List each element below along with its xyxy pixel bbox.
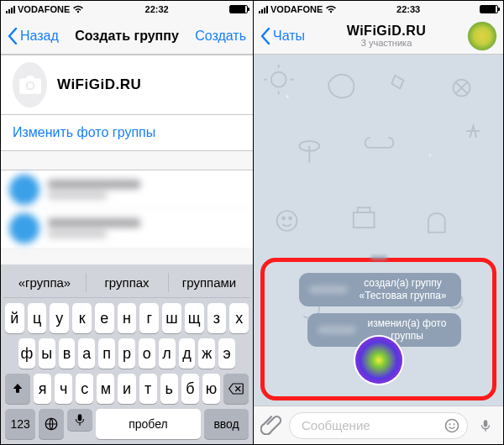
camera-icon [19, 76, 41, 94]
key-я[interactable]: я [34, 374, 51, 404]
carrier-label: VODAFONE [270, 4, 323, 14]
wifi-icon [325, 5, 337, 13]
key-space[interactable]: Пробел [96, 409, 201, 439]
key-к[interactable]: к [72, 303, 92, 333]
carrier-label: VODAFONE [18, 4, 70, 14]
key-и[interactable]: и [118, 374, 135, 404]
status-time: 22:32 [84, 4, 229, 14]
shift-icon [11, 382, 24, 395]
contact-row[interactable] [1, 209, 253, 248]
back-button[interactable]: Чаты [260, 28, 305, 44]
create-button[interactable]: Создать [195, 29, 246, 44]
redacted-name [318, 326, 356, 334]
key-е[interactable]: е [95, 303, 114, 333]
key-backspace[interactable] [223, 374, 249, 404]
globe-icon [44, 416, 59, 432]
paperclip-icon [260, 413, 282, 435]
battery-icon [480, 5, 498, 13]
key-ц[interactable]: ц [28, 303, 47, 333]
key-с[interactable]: с [76, 374, 93, 404]
wifi-icon [72, 5, 84, 13]
signal-icon [6, 6, 15, 13]
key-р[interactable]: р [118, 338, 135, 369]
key-ы[interactable]: ы [39, 338, 55, 369]
group-photo-message[interactable] [355, 337, 402, 384]
key-123[interactable]: 123 [5, 409, 35, 439]
sticker-icon[interactable] [444, 417, 460, 434]
key-э[interactable]: э [218, 338, 235, 369]
highlight-box: создал(а) группу «Тестовая группа» измен… [260, 258, 496, 400]
status-bar: VODAFONE 22:32 [1, 1, 253, 18]
signal-icon [259, 6, 268, 13]
svg-point-7 [446, 419, 459, 432]
key-ю[interactable]: ю [202, 374, 220, 404]
key-ж[interactable]: ж [198, 338, 215, 369]
key-dictation[interactable] [67, 409, 92, 431]
chat-screen: VODAFONE 22:33 Чаты WiFiGiD.RU 3 участни… [254, 1, 503, 444]
svg-rect-10 [484, 420, 488, 427]
key-globe[interactable] [39, 409, 64, 439]
key-д[interactable]: д [179, 338, 196, 369]
status-time: 22:33 [337, 4, 480, 14]
key-й[interactable]: й [5, 303, 24, 333]
key-т[interactable]: т [139, 374, 157, 404]
suggestion[interactable]: группах [86, 268, 168, 297]
attach-button[interactable] [260, 413, 282, 438]
key-х[interactable]: х [229, 303, 249, 333]
key-п[interactable]: п [98, 338, 115, 369]
key-shift[interactable] [5, 374, 30, 404]
key-а[interactable]: а [78, 338, 95, 369]
key-з[interactable]: з [207, 303, 227, 333]
chat-avatar[interactable] [468, 22, 496, 50]
svg-point-2 [271, 72, 286, 87]
backspace-icon [228, 383, 244, 395]
suggestion[interactable]: группами [168, 268, 250, 297]
contact-row[interactable] [1, 170, 253, 209]
group-name-input[interactable] [57, 76, 241, 93]
create-group-screen: VODAFONE 22:32 Назад Создать группу Созд… [1, 1, 253, 444]
voice-message-button[interactable] [475, 415, 496, 437]
key-ч[interactable]: ч [55, 374, 72, 404]
key-ь[interactable]: ь [160, 374, 178, 404]
chat-title[interactable]: WiFiGiD.RU [305, 24, 468, 39]
message-placeholder: Сообщение [302, 418, 370, 432]
svg-rect-1 [78, 414, 82, 421]
key-м[interactable]: м [97, 374, 114, 404]
chat-background: создал(а) группу «Тестовая группа» измен… [254, 55, 503, 406]
key-г[interactable]: г [139, 303, 159, 333]
back-label: Чаты [273, 29, 305, 44]
battery-icon [229, 5, 248, 13]
back-button[interactable]: Назад [8, 28, 59, 44]
chat-subtitle: 3 участника [305, 38, 468, 48]
group-photo-placeholder[interactable] [13, 62, 47, 107]
key-в[interactable]: в [59, 338, 76, 369]
service-message-text: создал(а) группу «Тестовая группа» [354, 277, 451, 302]
redacted-name [309, 285, 348, 294]
status-bar: VODAFONE 22:33 [254, 1, 503, 18]
message-input[interactable]: Сообщение [289, 412, 468, 439]
avatar [9, 213, 39, 243]
key-б[interactable]: б [181, 374, 199, 404]
key-л[interactable]: л [159, 338, 176, 369]
mic-icon [478, 418, 493, 433]
back-label: Назад [20, 29, 59, 44]
date-pill [370, 256, 387, 259]
service-message: создал(а) группу «Тестовая группа» [299, 273, 461, 306]
contacts-list [1, 170, 253, 248]
suggestion[interactable]: «группа» [3, 268, 86, 297]
key-у[interactable]: у [50, 303, 69, 333]
keyboard: «группа» группах группами йцукенгшщзх фы… [1, 264, 253, 444]
avatar [9, 175, 39, 205]
nav-title: Создать группу [59, 29, 195, 44]
key-о[interactable]: о [139, 338, 155, 369]
key-ф[interactable]: ф [18, 338, 35, 369]
key-return[interactable]: Ввод [204, 409, 249, 439]
svg-point-8 [449, 423, 451, 425]
suggestion-bar: «группа» группах группами [3, 268, 250, 298]
svg-point-6 [289, 217, 291, 220]
change-photo-button[interactable]: Изменить фото группы [1, 115, 253, 151]
key-ш[interactable]: ш [162, 303, 181, 333]
key-щ[interactable]: щ [185, 303, 204, 333]
key-н[interactable]: н [118, 303, 137, 333]
message-input-bar: Сообщение [254, 406, 503, 444]
